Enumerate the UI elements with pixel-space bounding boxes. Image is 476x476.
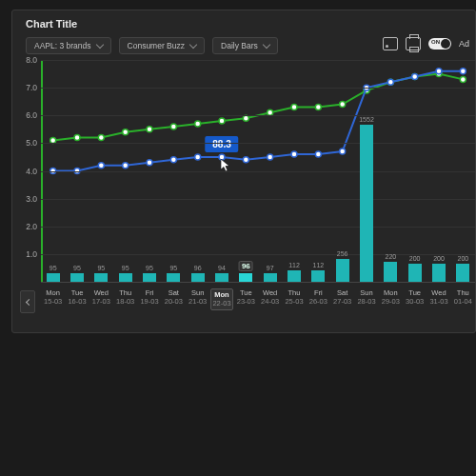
- data-point[interactable]: [123, 163, 129, 169]
- printer-icon[interactable]: [406, 37, 421, 50]
- line-series[interactable]: [53, 74, 464, 141]
- x-tick-label[interactable]: Thu25-03: [283, 288, 306, 307]
- toggle-label: Ad: [459, 39, 469, 49]
- x-tick-label[interactable]: Sat20-03: [162, 288, 185, 307]
- data-point[interactable]: [98, 135, 104, 141]
- chevron-down-icon: [189, 41, 197, 49]
- bar-value-label: 94: [218, 265, 226, 271]
- bar[interactable]: [70, 273, 84, 282]
- bar-value-label: 95: [73, 265, 81, 271]
- data-point[interactable]: [291, 151, 297, 157]
- data-point[interactable]: [147, 127, 152, 132]
- x-tick-label[interactable]: Thu01-04: [451, 288, 474, 307]
- gridline: [41, 171, 475, 172]
- toggle-state-label: ON: [431, 39, 440, 45]
- bar[interactable]: [336, 259, 349, 282]
- x-tick-label[interactable]: Fri19-03: [138, 288, 161, 307]
- bar-value-label: 200: [409, 255, 421, 262]
- bar[interactable]: [311, 270, 325, 282]
- x-tick-label[interactable]: Thu18-03: [114, 288, 137, 307]
- chevron-left-icon: [25, 298, 31, 305]
- bar[interactable]: [408, 264, 422, 282]
- toggle-ad[interactable]: ON: [428, 38, 451, 50]
- x-tick-label[interactable]: Fri26-03: [307, 288, 329, 307]
- dropdown-metric[interactable]: Consumer Buzz: [119, 37, 205, 54]
- line-series[interactable]: [53, 71, 464, 171]
- gridline: [41, 60, 475, 61]
- data-point[interactable]: [387, 79, 393, 85]
- gridline: [41, 199, 475, 200]
- bar-value-label: 95: [122, 265, 129, 271]
- y-tick-label: 4.0: [18, 167, 37, 176]
- bar[interactable]: [94, 273, 108, 282]
- right-controls: ON Ad: [383, 37, 469, 50]
- data-point[interactable]: [74, 135, 80, 141]
- gridline: [41, 88, 475, 89]
- controls: AAPL: 3 brands Consumer Buzz Daily Bars: [26, 37, 278, 54]
- chevron-down-icon: [263, 41, 270, 49]
- data-point[interactable]: [147, 160, 152, 166]
- bar[interactable]: [47, 273, 60, 282]
- bar-value-label: 95: [169, 265, 177, 271]
- bar[interactable]: [288, 270, 301, 282]
- cast-icon[interactable]: [383, 37, 398, 50]
- data-point[interactable]: [340, 149, 346, 154]
- chevron-down-icon: [95, 41, 103, 49]
- x-tick-label[interactable]: Mon29-03: [379, 288, 402, 307]
- x-tick-label[interactable]: Sun21-03: [187, 288, 209, 307]
- x-tick-label[interactable]: Tue16-03: [66, 288, 89, 307]
- data-point[interactable]: [315, 105, 321, 110]
- data-point[interactable]: [291, 105, 297, 110]
- data-point[interactable]: [315, 151, 321, 157]
- bar[interactable]: [360, 125, 373, 282]
- data-point[interactable]: [460, 76, 466, 82]
- data-point[interactable]: [243, 157, 248, 163]
- x-tick-label[interactable]: Tue30-03: [404, 288, 426, 307]
- x-tick-label[interactable]: Tue23-03: [234, 288, 257, 307]
- bar[interactable]: [432, 264, 446, 282]
- x-tick-label[interactable]: Mon15-03: [42, 288, 65, 307]
- dropdown-agg-label: Daily Bars: [221, 41, 258, 50]
- data-point[interactable]: [195, 154, 201, 160]
- data-point[interactable]: [123, 129, 129, 135]
- x-tick-label[interactable]: Wed31-03: [427, 288, 450, 307]
- data-point[interactable]: [195, 121, 201, 127]
- x-tick-label[interactable]: Wed17-03: [89, 288, 112, 307]
- bar[interactable]: [119, 273, 132, 282]
- y-tick-label: 2.0: [18, 222, 37, 231]
- bar[interactable]: [384, 262, 397, 282]
- x-tick-label[interactable]: Wed24-03: [259, 288, 282, 307]
- data-point[interactable]: [412, 73, 418, 79]
- data-point[interactable]: [170, 124, 176, 129]
- bar-value-label: 112: [312, 262, 324, 268]
- dropdown-metric-label: Consumer Buzz: [128, 41, 185, 50]
- bar[interactable]: [456, 264, 469, 282]
- bar[interactable]: [167, 273, 180, 282]
- data-point[interactable]: [98, 163, 104, 169]
- bar-value-label: 96: [194, 265, 202, 271]
- bar-value-label: 200: [433, 255, 445, 262]
- data-point[interactable]: [460, 69, 466, 74]
- bar[interactable]: [143, 273, 156, 282]
- bar-value-label: 95: [146, 265, 153, 271]
- dropdown-brands[interactable]: AAPL: 3 brands: [26, 37, 111, 54]
- bar-value-label: 95: [97, 265, 105, 271]
- data-point[interactable]: [436, 69, 442, 74]
- bar[interactable]: [215, 273, 228, 282]
- plot-area[interactable]: 88.3 1.02.03.04.05.06.07.08.095959595959…: [41, 60, 475, 283]
- data-point[interactable]: [340, 102, 346, 108]
- bar[interactable]: [239, 273, 252, 282]
- bar[interactable]: [264, 273, 277, 282]
- dropdown-agg[interactable]: Daily Bars: [212, 37, 278, 54]
- scroll-left-button[interactable]: [20, 290, 35, 313]
- gridline: [41, 227, 475, 228]
- x-tick-label[interactable]: Sat27-03: [331, 288, 354, 307]
- data-point[interactable]: [219, 118, 225, 124]
- data-point[interactable]: [268, 154, 273, 160]
- y-tick-label: 5.0: [18, 138, 37, 148]
- page-title: Chart Title: [26, 18, 77, 30]
- bar[interactable]: [191, 273, 205, 282]
- x-tick-label[interactable]: Mon22-03: [210, 288, 233, 310]
- data-point[interactable]: [170, 157, 176, 163]
- x-tick-label[interactable]: Sun28-03: [355, 288, 378, 307]
